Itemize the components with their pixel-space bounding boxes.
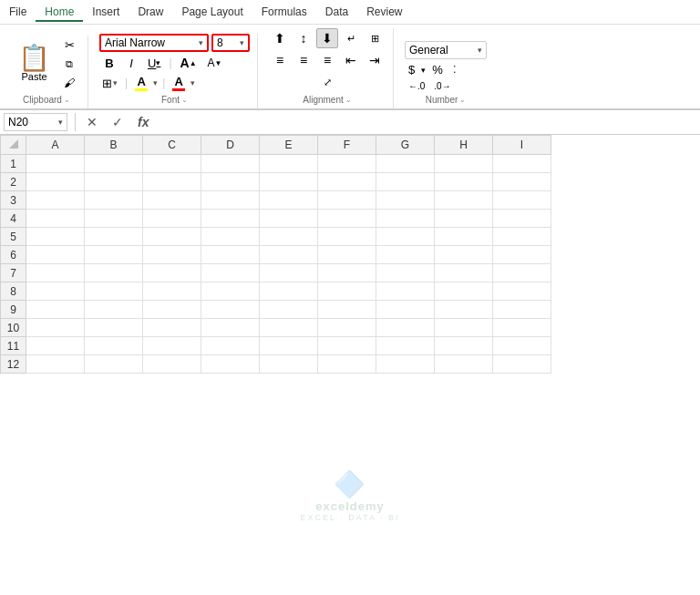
cell-I12[interactable] xyxy=(493,355,551,374)
cell-F2[interactable] xyxy=(318,173,376,191)
cell-D1[interactable] xyxy=(201,155,260,173)
cell-H9[interactable] xyxy=(435,301,493,319)
copy-button[interactable]: ⧉ xyxy=(58,55,80,73)
cell-I10[interactable] xyxy=(493,319,551,337)
cell-A1[interactable] xyxy=(26,155,85,173)
cell-A5[interactable] xyxy=(26,228,85,246)
decrease-font-size-button[interactable]: A▼ xyxy=(203,55,227,71)
cell-F7[interactable] xyxy=(318,264,376,282)
cell-A9[interactable] xyxy=(26,301,85,319)
font-size-dropdown[interactable]: 8 ▾ xyxy=(211,34,250,52)
cell-G12[interactable] xyxy=(376,355,435,374)
cell-G3[interactable] xyxy=(376,191,435,210)
cell-A10[interactable] xyxy=(26,319,85,337)
cell-G2[interactable] xyxy=(376,173,435,191)
cell-E2[interactable] xyxy=(260,173,318,191)
cell-E10[interactable] xyxy=(260,319,318,337)
cell-C7[interactable] xyxy=(143,264,201,282)
wrap-text-button[interactable]: ↵ xyxy=(340,28,362,48)
cell-E12[interactable] xyxy=(260,355,318,374)
cell-H5[interactable] xyxy=(435,228,493,246)
cell-A11[interactable] xyxy=(26,337,85,355)
cancel-icon[interactable]: ✕ xyxy=(83,113,101,131)
cell-E9[interactable] xyxy=(260,301,318,319)
cell-I4[interactable] xyxy=(493,210,551,228)
alignment-expand[interactable]: ⌄ xyxy=(345,96,352,104)
cell-H8[interactable] xyxy=(435,282,493,301)
cell-D11[interactable] xyxy=(201,337,260,355)
cell-G7[interactable] xyxy=(376,264,435,282)
cell-B6[interactable] xyxy=(85,246,143,264)
cell-E3[interactable] xyxy=(260,191,318,210)
cell-F1[interactable] xyxy=(318,155,376,173)
cell-B3[interactable] xyxy=(85,191,143,210)
merge-center-button[interactable]: ⊞ xyxy=(364,28,386,48)
cell-D9[interactable] xyxy=(201,301,260,319)
italic-button[interactable]: I xyxy=(121,55,141,72)
col-header-H[interactable]: H xyxy=(435,136,493,155)
font-name-dropdown[interactable]: Arial Narrow ▾ xyxy=(99,34,209,52)
cell-D7[interactable] xyxy=(201,264,260,282)
orientation-button[interactable]: ⤢ xyxy=(316,72,338,92)
confirm-icon[interactable]: ✓ xyxy=(108,113,127,131)
cell-G8[interactable] xyxy=(376,282,435,301)
cell-B8[interactable] xyxy=(85,282,143,301)
bold-button[interactable]: B xyxy=(99,55,119,72)
number-expand[interactable]: ⌄ xyxy=(459,96,466,104)
cell-G10[interactable] xyxy=(376,319,435,337)
cell-G1[interactable] xyxy=(376,155,435,173)
cell-F8[interactable] xyxy=(318,282,376,301)
cell-H10[interactable] xyxy=(435,319,493,337)
cell-B5[interactable] xyxy=(85,228,143,246)
menu-draw[interactable]: Draw xyxy=(129,2,172,22)
cell-C3[interactable] xyxy=(143,191,201,210)
cell-I7[interactable] xyxy=(493,264,551,282)
cell-B10[interactable] xyxy=(85,319,143,337)
cell-B7[interactable] xyxy=(85,264,143,282)
menu-file[interactable]: File xyxy=(0,2,36,22)
align-bottom-button[interactable]: ⬇ xyxy=(316,28,338,48)
font-color-dropdown-arrow[interactable]: ▾ xyxy=(190,78,195,87)
cell-reference-box[interactable]: N20 ▾ xyxy=(4,113,67,131)
cell-F9[interactable] xyxy=(318,301,376,319)
cell-H4[interactable] xyxy=(435,210,493,228)
cell-D6[interactable] xyxy=(201,246,260,264)
font-expand[interactable]: ⌄ xyxy=(181,96,188,104)
underline-dropdown-arrow[interactable]: ▾ xyxy=(156,58,160,67)
border-button[interactable]: ⊞ ▾ xyxy=(99,76,120,91)
cell-I11[interactable] xyxy=(493,337,551,355)
cell-D2[interactable] xyxy=(201,173,260,191)
percent-button[interactable]: % xyxy=(428,62,447,77)
cell-C2[interactable] xyxy=(143,173,201,191)
cell-I3[interactable] xyxy=(493,191,551,210)
cell-H6[interactable] xyxy=(435,246,493,264)
cell-E7[interactable] xyxy=(260,264,318,282)
cell-C11[interactable] xyxy=(143,337,201,355)
cell-D3[interactable] xyxy=(201,191,260,210)
cell-B4[interactable] xyxy=(85,210,143,228)
underline-button[interactable]: U ▾ xyxy=(143,55,165,72)
align-right-button[interactable]: ≡ xyxy=(316,50,338,70)
cell-B9[interactable] xyxy=(85,301,143,319)
col-header-I[interactable]: I xyxy=(493,136,551,155)
cell-B12[interactable] xyxy=(85,355,143,374)
cell-C6[interactable] xyxy=(143,246,201,264)
cell-C9[interactable] xyxy=(143,301,201,319)
cell-A12[interactable] xyxy=(26,355,85,374)
fx-icon[interactable]: fx xyxy=(134,113,152,131)
cell-I8[interactable] xyxy=(493,282,551,301)
cell-B1[interactable] xyxy=(85,155,143,173)
cell-H7[interactable] xyxy=(435,264,493,282)
cell-F6[interactable] xyxy=(318,246,376,264)
cell-G11[interactable] xyxy=(376,337,435,355)
cell-F12[interactable] xyxy=(318,355,376,374)
cell-H1[interactable] xyxy=(435,155,493,173)
cell-C4[interactable] xyxy=(143,210,201,228)
cell-I5[interactable] xyxy=(493,228,551,246)
cell-ref-dropdown-arrow[interactable]: ▾ xyxy=(58,118,63,127)
currency-dropdown-arrow[interactable]: ▾ xyxy=(421,66,426,75)
align-middle-button[interactable]: ↕ xyxy=(293,28,314,48)
cell-E11[interactable] xyxy=(260,337,318,355)
cell-D8[interactable] xyxy=(201,282,260,301)
fill-dropdown-arrow[interactable]: ▾ xyxy=(153,78,158,87)
